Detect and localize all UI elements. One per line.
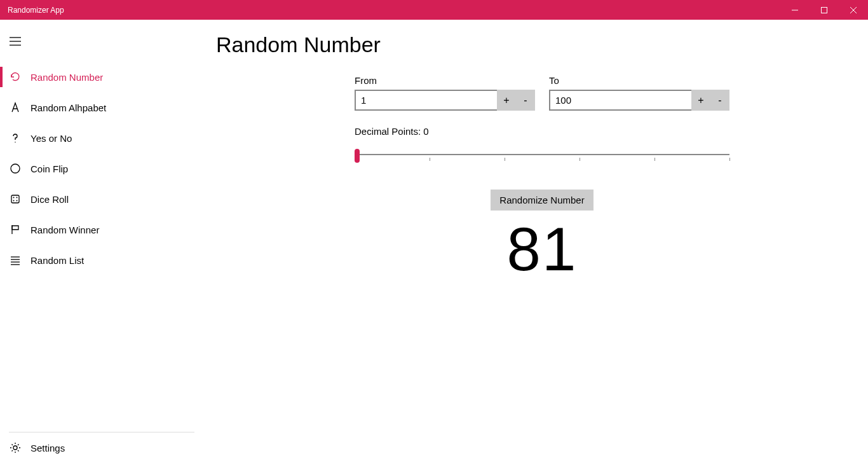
letter-a-icon (0, 102, 31, 113)
sidebar-item-label: Settings (31, 443, 65, 453)
circle-icon (0, 163, 31, 174)
list-icon (0, 254, 31, 266)
decimal-points-label: Decimal Points: 0 (355, 126, 429, 137)
main-content: Random Number From + - To (203, 20, 868, 463)
sidebar-item-random-alphabet[interactable]: Random Alhpabet (0, 92, 203, 123)
maximize-button[interactable] (810, 0, 839, 20)
close-button[interactable] (839, 0, 868, 20)
sidebar-item-settings[interactable]: Settings (0, 432, 203, 463)
svg-point-13 (17, 200, 18, 202)
to-decrement-button[interactable]: - (710, 90, 729, 111)
slider-tick (505, 158, 505, 161)
to-increment-button[interactable]: + (691, 90, 710, 111)
svg-rect-9 (11, 195, 19, 203)
sidebar-item-label: Random Winner (31, 225, 99, 235)
hamburger-button[interactable] (0, 26, 31, 57)
sidebar: Random Number Random Alhpabet Yes or No … (0, 20, 203, 463)
to-label: To (549, 75, 729, 86)
minimize-button[interactable] (780, 0, 810, 20)
app-title: Randomizer App (8, 6, 64, 15)
sidebar-item-label: Random Alhpabet (31, 102, 106, 113)
svg-point-12 (13, 200, 15, 202)
from-decrement-button[interactable]: - (516, 90, 535, 111)
page-title: Random Number (216, 32, 843, 57)
slider-thumb[interactable] (355, 149, 360, 163)
titlebar: Randomizer App (0, 0, 868, 20)
sidebar-item-coin-flip[interactable]: Coin Flip (0, 153, 203, 184)
sidebar-item-label: Random List (31, 255, 84, 266)
flag-icon (0, 224, 31, 235)
sidebar-item-label: Dice Roll (31, 194, 69, 205)
slider-tick (729, 158, 730, 161)
sidebar-item-dice-roll[interactable]: Dice Roll (0, 184, 203, 214)
from-input[interactable] (355, 90, 497, 111)
sidebar-item-label: Yes or No (31, 133, 72, 144)
sidebar-item-yes-or-no[interactable]: Yes or No (0, 123, 203, 153)
question-icon (0, 132, 31, 144)
gear-icon (0, 442, 31, 453)
randomize-button[interactable]: Randomize Number (491, 190, 593, 211)
slider-tick (654, 158, 655, 161)
sidebar-item-label: Coin Flip (31, 163, 68, 174)
refresh-icon (0, 71, 31, 83)
svg-point-7 (15, 142, 15, 142)
decimal-points-slider[interactable] (355, 149, 729, 168)
slider-tick (580, 158, 580, 161)
sidebar-item-random-winner[interactable]: Random Winner (0, 214, 203, 245)
slider-tick (430, 158, 430, 161)
svg-point-8 (11, 164, 20, 173)
slider-track (357, 154, 729, 155)
result-value: 81 (355, 214, 729, 284)
sidebar-item-random-list[interactable]: Random List (0, 245, 203, 275)
from-increment-button[interactable]: + (497, 90, 516, 111)
window-controls (780, 0, 868, 20)
svg-point-11 (17, 197, 18, 198)
from-label: From (355, 75, 535, 86)
dice-icon (0, 193, 31, 205)
svg-point-10 (13, 197, 15, 198)
svg-rect-1 (822, 7, 827, 13)
to-input[interactable] (549, 90, 691, 111)
sidebar-item-random-number[interactable]: Random Number (0, 62, 203, 92)
svg-point-19 (13, 446, 17, 450)
sidebar-item-label: Random Number (31, 72, 103, 83)
